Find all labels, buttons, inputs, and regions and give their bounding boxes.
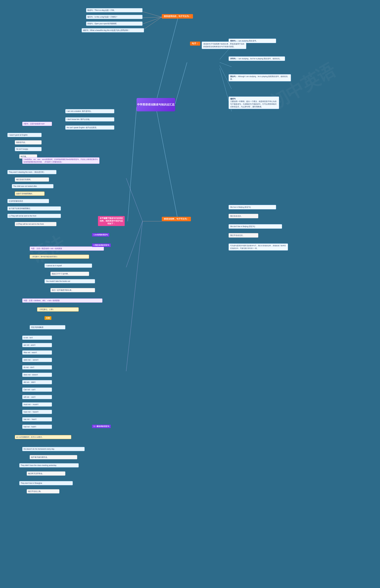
am-not-special: am not无缩略形式，应为'm not形式。	[15, 435, 71, 439]
sentence-desc: 英语的句子可按照两个标准分类，即按其被用于目的的或按语法结构来划分句子的形式类型…	[202, 41, 246, 49]
passive-ex-3: 过去时的被动语态	[7, 199, 49, 203]
neg-forms-title: 否定式的缩略形	[30, 325, 65, 329]
purpose-button[interactable]: 按其使用目的，句子可分为：	[162, 14, 193, 19]
svg-line-6	[141, 17, 162, 24]
modal-ex-2-cn: 你们一定不能把书拿出来。	[51, 288, 95, 292]
neg-form-7: Can not→can't	[22, 388, 52, 392]
svg-line-2	[175, 62, 187, 104]
be-ex-5: He isn't hungry.	[15, 147, 41, 151]
neg-form-3: were not→ weren't	[22, 358, 52, 362]
be-intro-b: 1.be动词(is、are、was、were)的现在时、过去时如何相应为be动词…	[22, 157, 99, 164]
be-section-label: 1.be动词的否定句	[92, 233, 109, 236]
be-pattern-a: A型句：主语+be动词+not+	[22, 122, 52, 126]
imperative-node: 祈使句：Open your eyes!你开眼睛吧	[86, 21, 143, 26]
neg-form-10: have not→ haven't	[22, 410, 52, 414]
svg-line-15	[126, 221, 143, 371]
complex-sentence-box: 复合句： Although I am studying，he is playin…	[228, 74, 291, 81]
grammar-example-1: We live in Beijing.(肯定句)	[228, 205, 276, 209]
be-ex-4-cn: 我英语不好。	[15, 140, 41, 144]
general-ex-2: They didn't have the class-meeting yeste…	[19, 463, 79, 468]
neg-form-1: are not→aren't	[22, 343, 52, 347]
neg-form-9: must not→ mustn't	[22, 402, 52, 407]
grammar-button[interactable]: 按语法结构，句子可分为：	[162, 217, 191, 221]
neg-form-11: has not→ hasn't	[22, 417, 52, 421]
svg-line-9	[220, 62, 231, 67]
general-ex-3: They don't live in Shanghai.	[19, 481, 73, 485]
parallel-sentence-box: 并列句： I am studying，but he is playing.我在读…	[228, 57, 285, 61]
purpose-btn-label: 按其使用目的，句子可分为：	[164, 15, 191, 17]
neg-form-5: does not→doesn't	[22, 373, 52, 377]
main-container: 中学英语语法陈述句知识点汇总 按其使用目的，句子可分为： 陈述句：This is…	[0, 0, 380, 588]
grammar-example-4: 我们不住在北京。	[228, 233, 258, 237]
svg-line-0	[156, 17, 178, 102]
grammar-example-2: 我们住在北京。	[228, 214, 258, 218]
general-pattern: 句型：主语＋do/does、did）＋not＋动词原形	[22, 298, 102, 303]
be-ex-4: I wasn't good at English.	[7, 133, 41, 137]
general-ex-3-cn: 他们不住在上海。	[27, 489, 59, 493]
modal-ex-1: I cannot do it myself	[44, 264, 92, 268]
modal-section-label: 2.情态动词的否定句	[92, 243, 111, 247]
passive-ex-2: The child was not looked after.	[12, 184, 54, 188]
attention-label: 注意	[44, 316, 51, 320]
interrogative-node: 疑问句：Is this a dog?这是一只狗吗？	[86, 15, 143, 19]
general-note: （详见第七、八章）	[37, 307, 79, 312]
modal-pattern: 句型：主语＋情态动词＋not＋动词原形	[30, 247, 104, 251]
neg-form-2: Was not→wasn't	[22, 351, 52, 354]
exclamatory-node: 感叹句：What a beautiful dog this is!这是只多么漂亮…	[82, 28, 144, 32]
be-ex-1: I am not a student. 我不是学生。	[65, 109, 114, 113]
sentence-section: 句子： 英语的句子可按照两个标准分类，即按其被用于目的的或按语法结构来划分句子的…	[190, 41, 246, 49]
focus-button[interactable]: 本节侧重于陈述句中的否定结构，现把英语中否定句总结如下：	[98, 216, 125, 226]
modal-ex-2: You mustn't take the books out	[44, 279, 95, 283]
neg-form-12: had not→hadn't	[22, 425, 52, 429]
focus-btn-label: 本节侧重于陈述句中的否定结构，现把英语中否定句总结如下：	[100, 217, 123, 225]
svg-line-1	[156, 107, 178, 221]
modal-note: （详见第十二章中的"情态动词"部分）	[30, 255, 89, 259]
grammar-btn-label: 按语法结构，句子可分为：	[164, 218, 189, 220]
declarative-node: 陈述句：This is a dog.这是一只狗。	[86, 8, 143, 12]
sentence-label: 句子：	[190, 41, 200, 46]
passive-ex-1: They aren't cleaning the room.（现在进行时）	[7, 170, 57, 174]
be-ex-3: He can't speak English. 他不会说英语。	[65, 125, 114, 130]
svg-line-7	[141, 17, 162, 31]
general-ex-1: He doesn't do his homework every day.	[22, 447, 85, 451]
center-title: 中学英语语法陈述句知识点汇总	[136, 98, 175, 111]
svg-line-14	[126, 221, 143, 267]
neg-form-4: do not→don't	[22, 365, 52, 370]
svg-line-13	[126, 178, 143, 221]
passive-ex-1-cn: 他们没在打扫房间。	[15, 177, 49, 182]
be-ex-2: I don't know him. 我不认识他。	[65, 117, 114, 121]
svg-line-3	[128, 107, 136, 221]
svg-line-4	[141, 11, 162, 17]
passive-ex-cn: (×)They will be not sent to the front.	[15, 222, 57, 226]
passive-ex-wrong2: (-) They will not be sent to the front	[7, 214, 61, 218]
general-section-label: 3.一般动词的否定句	[92, 425, 111, 428]
grammar-note-box: 可为述句是英语中最常见的基本句子。我们行讲述的过时，讲描述述了各种否定说的法句，…	[228, 243, 288, 251]
title-text: 中学英语语法陈述句知识点汇总	[137, 103, 174, 106]
neg-form-0: is not→isn't	[22, 335, 52, 340]
general-ex-2-cn: 他们昨天没开班会。	[27, 471, 65, 476]
neg-form-8: will not→ won't	[22, 395, 52, 399]
passive-label: 这孩子没有被照顾好。	[15, 192, 44, 196]
svg-line-5	[141, 17, 162, 18]
passive-ex-wrong1: 这个孩子以前没有被照顾过。	[7, 206, 61, 211]
general-ex-1-cn: 他不每天做功课作业。	[30, 455, 77, 459]
neg-form-6: did not← didn't	[22, 380, 52, 384]
modal-ex-1-cn: 我自己不干了这件事。	[51, 272, 89, 276]
declarative-type-box: 偏述句 几重说明一件事情、提出一个看法，或是将某某不和心头的句子都是述句。大多数…	[228, 97, 279, 109]
connector-lines	[0, 0, 380, 588]
grammar-example-3: We don't live in Beijing.(否定句)	[228, 224, 282, 229]
